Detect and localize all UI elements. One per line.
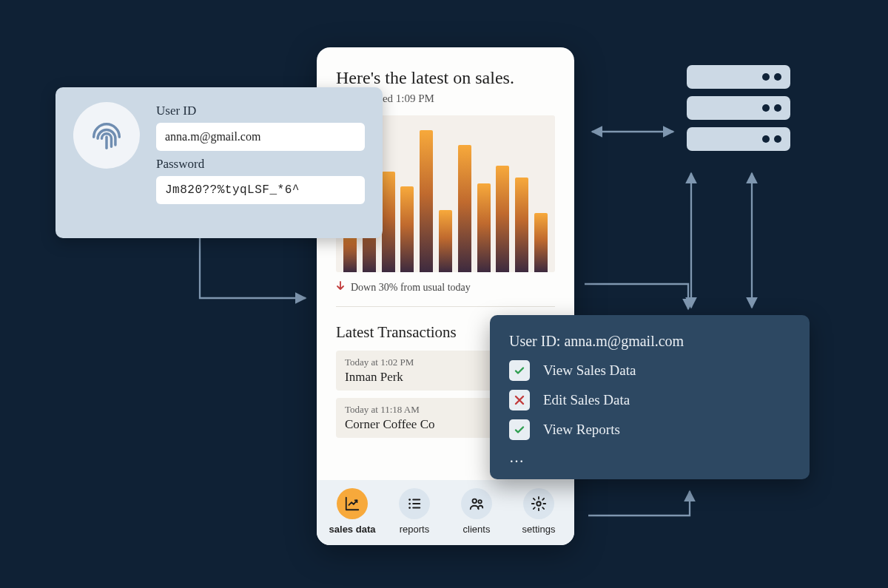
- chart-note: Down 30% from usual today: [336, 281, 555, 307]
- chart-note-text: Down 30% from usual today: [351, 282, 471, 294]
- permissions-more: …: [509, 449, 790, 466]
- permission-label: View Reports: [543, 422, 620, 438]
- user-id-label: User ID: [156, 104, 365, 118]
- svg-point-7: [478, 500, 481, 503]
- check-icon: [509, 419, 530, 440]
- check-icon: [509, 360, 530, 381]
- password-label: Password: [156, 157, 365, 172]
- tab-settings[interactable]: settings: [513, 488, 565, 535]
- user-id-input[interactable]: [156, 123, 365, 151]
- password-input[interactable]: [156, 176, 365, 204]
- svg-point-2: [408, 507, 411, 509]
- tab-label: settings: [522, 524, 556, 535]
- tab-reports[interactable]: reports: [388, 488, 440, 535]
- svg-point-6: [473, 499, 477, 503]
- tab-clients[interactable]: clients: [451, 488, 502, 535]
- permissions-card: User ID: anna.m@gmail.com View Sales Dat…: [490, 315, 810, 479]
- fingerprint-icon: [73, 102, 140, 169]
- tab-sales-data[interactable]: sales data: [326, 488, 378, 535]
- page-title: Here's the latest on sales.: [336, 68, 555, 88]
- tab-bar: sales datareportsclientssettings: [317, 480, 574, 545]
- server-unit: [687, 96, 790, 120]
- reports-icon: [399, 488, 430, 519]
- chart-bar: [534, 213, 548, 272]
- sales-data-icon: [337, 488, 368, 519]
- server-unit: [687, 127, 790, 151]
- svg-point-1: [408, 502, 411, 504]
- permission-row: View Sales Data: [509, 360, 790, 381]
- settings-icon: [523, 488, 554, 519]
- tab-label: reports: [400, 524, 429, 535]
- permission-row: View Reports: [509, 419, 790, 440]
- permissions-header: User ID: anna.m@gmail.com: [509, 333, 790, 350]
- tab-label: sales data: [329, 524, 376, 535]
- permission-label: View Sales Data: [543, 362, 636, 379]
- x-icon: [509, 390, 530, 410]
- clients-icon: [461, 488, 492, 519]
- svg-point-8: [536, 501, 541, 506]
- server-stack: [687, 65, 790, 151]
- chart-bar: [439, 210, 452, 272]
- chart-bar: [477, 183, 491, 272]
- chart-bar: [496, 166, 509, 272]
- permission-label: Edit Sales Data: [543, 392, 630, 408]
- login-card: User ID Password: [56, 87, 383, 238]
- down-arrow-icon: [336, 281, 345, 294]
- permission-row: Edit Sales Data: [509, 390, 790, 410]
- tab-label: clients: [463, 524, 491, 535]
- svg-point-0: [408, 499, 411, 501]
- chart-bar: [382, 172, 395, 272]
- server-unit: [687, 65, 790, 89]
- chart-bar: [420, 130, 433, 272]
- chart-bar: [400, 186, 414, 272]
- chart-bar: [458, 145, 471, 272]
- chart-bar: [515, 178, 528, 272]
